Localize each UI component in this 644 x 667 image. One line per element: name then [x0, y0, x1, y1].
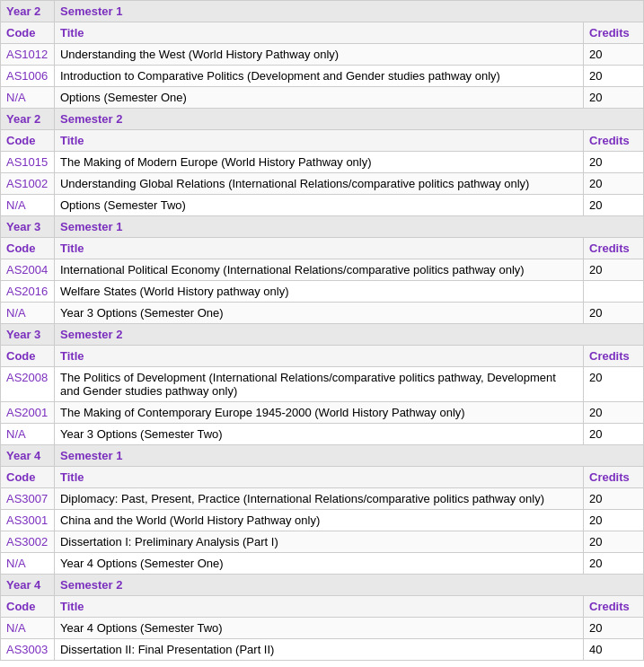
column-header-row: CodeTitleCredits — [1, 22, 644, 44]
course-credits: 20 — [584, 87, 644, 109]
column-header-row: CodeTitleCredits — [1, 130, 644, 152]
course-code: AS2016 — [1, 281, 55, 303]
table-row: AS1006Introduction to Comparative Politi… — [1, 66, 644, 87]
year-label: Year 3 — [1, 216, 55, 238]
code-header: Code — [1, 467, 55, 488]
course-credits: 20 — [584, 66, 644, 87]
table-row: AS3003Dissertation II: Final Presentatio… — [1, 639, 644, 661]
course-code: N/A — [1, 195, 55, 216]
course-title: International Political Economy (Interna… — [54, 259, 583, 281]
credits-header: Credits — [584, 346, 644, 367]
code-header: Code — [1, 130, 55, 152]
year-semester-row: Year 2Semester 1 — [1, 1, 644, 22]
course-credits: 20 — [584, 402, 644, 424]
course-code: AS1012 — [1, 44, 55, 66]
course-code: AS3001 — [1, 510, 55, 531]
course-credits — [584, 281, 644, 303]
course-credits: 20 — [584, 152, 644, 173]
title-header: Title — [54, 130, 583, 152]
title-header: Title — [54, 467, 583, 488]
title-header: Title — [54, 346, 583, 367]
course-code: AS1015 — [1, 152, 55, 173]
semester-label: Semester 2 — [54, 324, 643, 346]
course-title: Diplomacy: Past, Present, Practice (Inte… — [54, 488, 583, 510]
year-semester-row: Year 2Semester 2 — [1, 109, 644, 130]
course-code: AS3003 — [1, 639, 55, 661]
course-title: The Making of Contemporary Europe 1945-2… — [54, 402, 583, 424]
table-row: AS3001China and the World (World History… — [1, 510, 644, 531]
course-title: Year 4 Options (Semester Two) — [54, 618, 583, 639]
course-credits: 20 — [584, 259, 644, 281]
year-semester-row: Year 4Semester 1 — [1, 445, 644, 467]
title-header: Title — [54, 22, 583, 44]
year-semester-row: Year 4Semester 2 — [1, 575, 644, 596]
course-title: China and the World (World History Pathw… — [54, 510, 583, 531]
table-row: AS2016Welfare States (World History path… — [1, 281, 644, 303]
course-title: Understanding the West (World History Pa… — [54, 44, 583, 66]
table-row: AS3002Dissertation I: Preliminary Analys… — [1, 531, 644, 553]
course-code: AS2004 — [1, 259, 55, 281]
code-header: Code — [1, 22, 55, 44]
course-code: N/A — [1, 87, 55, 109]
course-code: N/A — [1, 303, 55, 324]
table-row: N/AOptions (Semester One)20 — [1, 87, 644, 109]
course-code: AS3002 — [1, 531, 55, 553]
table-row: N/AYear 3 Options (Semester Two)20 — [1, 424, 644, 445]
year-semester-row: Year 3Semester 1 — [1, 216, 644, 238]
course-credits: 20 — [584, 424, 644, 445]
table-row: AS1002Understanding Global Relations (In… — [1, 173, 644, 195]
course-title: Dissertation I: Preliminary Analysis (Pa… — [54, 531, 583, 553]
year-label: Year 3 — [1, 324, 55, 346]
table-row: N/AYear 4 Options (Semester One)20 — [1, 553, 644, 575]
table-row: AS2001The Making of Contemporary Europe … — [1, 402, 644, 424]
course-credits: 20 — [584, 488, 644, 510]
code-header: Code — [1, 596, 55, 618]
course-credits: 20 — [584, 618, 644, 639]
column-header-row: CodeTitleCredits — [1, 596, 644, 618]
course-credits: 20 — [584, 173, 644, 195]
course-code: AS1002 — [1, 173, 55, 195]
course-title: Year 3 Options (Semester One) — [54, 303, 583, 324]
course-code: AS2008 — [1, 367, 55, 402]
table-row: N/AYear 4 Options (Semester Two)20 — [1, 618, 644, 639]
course-title: The Making of Modern Europe (World Histo… — [54, 152, 583, 173]
table-row: AS1015The Making of Modern Europe (World… — [1, 152, 644, 173]
credits-header: Credits — [584, 467, 644, 488]
course-credits: 20 — [584, 195, 644, 216]
title-header: Title — [54, 596, 583, 618]
course-title: Welfare States (World History pathway on… — [54, 281, 583, 303]
column-header-row: CodeTitleCredits — [1, 467, 644, 488]
semester-label: Semester 2 — [54, 575, 643, 596]
title-header: Title — [54, 238, 583, 259]
course-code: AS3007 — [1, 488, 55, 510]
course-title: Introduction to Comparative Politics (De… — [54, 66, 583, 87]
credits-header: Credits — [584, 238, 644, 259]
column-header-row: CodeTitleCredits — [1, 346, 644, 367]
course-code: N/A — [1, 618, 55, 639]
course-title: The Politics of Development (Internation… — [54, 367, 583, 402]
semester-label: Semester 2 — [54, 109, 643, 130]
column-header-row: CodeTitleCredits — [1, 238, 644, 259]
course-table: Year 2Semester 1CodeTitleCreditsAS1012Un… — [0, 0, 644, 661]
table-row: N/AOptions (Semester Two)20 — [1, 195, 644, 216]
credits-header: Credits — [584, 22, 644, 44]
course-title: Understanding Global Relations (Internat… — [54, 173, 583, 195]
table-row: N/AYear 3 Options (Semester One)20 — [1, 303, 644, 324]
code-header: Code — [1, 238, 55, 259]
course-credits: 20 — [584, 44, 644, 66]
semester-label: Semester 1 — [54, 445, 643, 467]
year-label: Year 4 — [1, 445, 55, 467]
year-label: Year 2 — [1, 1, 55, 22]
course-code: N/A — [1, 424, 55, 445]
credits-header: Credits — [584, 596, 644, 618]
course-title: Options (Semester One) — [54, 87, 583, 109]
course-code: AS1006 — [1, 66, 55, 87]
code-header: Code — [1, 346, 55, 367]
course-credits: 40 — [584, 639, 644, 661]
table-row: AS2008The Politics of Development (Inter… — [1, 367, 644, 402]
course-credits: 20 — [584, 303, 644, 324]
semester-label: Semester 1 — [54, 216, 643, 238]
year-label: Year 2 — [1, 109, 55, 130]
semester-label: Semester 1 — [54, 1, 643, 22]
course-credits: 20 — [584, 553, 644, 575]
